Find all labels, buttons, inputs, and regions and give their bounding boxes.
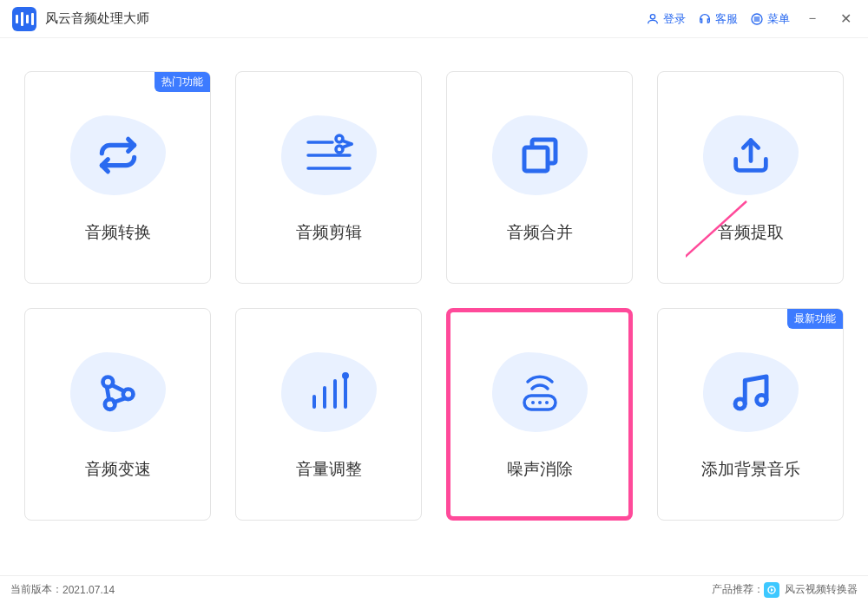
extract-icon [699,112,803,199]
svg-point-0 [650,14,654,18]
login-button[interactable]: 登录 [646,11,686,27]
footer: 当前版本： 2021.07.14 产品推荐： 风云视频转换器 [0,575,868,603]
svg-point-24 [538,401,542,404]
trim-icon [277,112,381,199]
svg-point-23 [531,401,535,404]
card-label: 音频变速 [85,458,151,481]
card-label: 音频剪辑 [296,221,362,244]
volume-icon [277,349,381,436]
user-icon [646,12,660,26]
card-audio-speed[interactable]: 音频变速 [24,308,211,521]
recommend-product: 风云视频转换器 [785,582,858,597]
merge-icon [488,112,592,199]
feature-grid: 热门功能 音频转换 音频剪辑 音频合并 音频提取 音频变速 音量调整 [0,38,868,521]
hot-badge: 热门功能 [155,72,210,92]
app-logo-icon [12,7,36,31]
close-button[interactable]: ✕ [835,10,856,27]
app-title: 风云音频处理大师 [45,10,149,27]
menu-label: 菜单 [767,11,790,27]
card-add-bgm[interactable]: 最新功能 添加背景音乐 [657,308,844,521]
card-audio-trim[interactable]: 音频剪辑 [235,71,422,284]
card-audio-convert[interactable]: 热门功能 音频转换 [24,71,211,284]
card-audio-extract[interactable]: 音频提取 [657,71,844,284]
support-label: 客服 [715,11,738,27]
svg-line-11 [342,144,352,147]
card-label: 音频转换 [85,221,151,244]
music-icon [699,349,803,436]
titlebar: 风云音频处理大师 登录 客服 菜单 － ✕ [0,0,868,38]
speed-icon [66,349,170,436]
card-volume-adjust[interactable]: 音量调整 [235,308,422,521]
card-label: 噪声消除 [507,458,573,481]
recommend-link[interactable]: 风云视频转换器 [764,582,858,598]
headset-icon [698,12,712,26]
version-label: 当前版本： [10,582,62,597]
menu-icon [750,12,764,26]
card-label: 音频提取 [718,221,784,244]
svg-rect-13 [524,147,548,171]
support-button[interactable]: 客服 [698,11,738,27]
card-label: 音量调整 [296,458,362,481]
noise-icon [488,349,592,436]
recommend-icon [764,582,779,598]
login-label: 登录 [663,11,686,27]
card-noise-reduction[interactable]: 噪声消除 [446,308,633,521]
svg-point-26 [735,398,745,408]
version-value: 2021.07.14 [62,584,115,596]
svg-point-21 [344,374,347,377]
card-label: 添加背景音乐 [701,458,800,481]
new-badge: 最新功能 [787,309,843,329]
minimize-button[interactable]: － [802,10,823,28]
svg-point-27 [756,395,766,404]
svg-point-25 [545,401,549,404]
recommend-label: 产品推荐： [712,582,764,597]
card-label: 音频合并 [507,221,573,244]
menu-button[interactable]: 菜单 [750,11,790,27]
convert-icon [66,112,170,199]
svg-marker-30 [771,588,773,592]
card-audio-merge[interactable]: 音频合并 [446,71,633,284]
